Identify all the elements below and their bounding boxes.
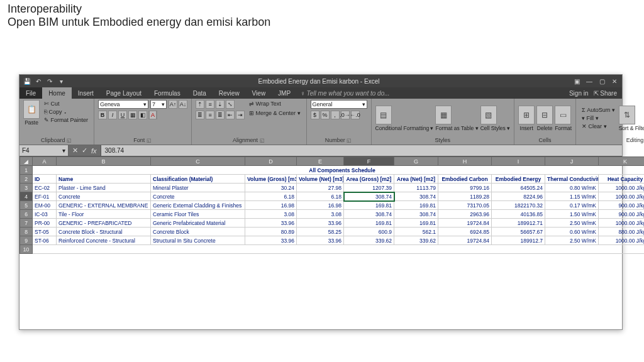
delete-cells-button[interactable]: Delete (536, 125, 553, 131)
decrease-indent-icon[interactable]: ⇤ (226, 111, 235, 119)
table-row[interactable]: 5EM-00GENERIC - EXTERNAL MEMBRANEGeneric… (20, 201, 645, 210)
font-dialog-icon[interactable]: ◱ (147, 138, 152, 143)
format-cells-button[interactable]: Format (555, 125, 572, 131)
insert-cells-icon[interactable]: ⊞ (518, 106, 535, 124)
tab-data[interactable]: Data (187, 87, 213, 99)
col-K[interactable]: K (599, 157, 645, 166)
italic-button[interactable]: I (108, 111, 117, 119)
clear-button[interactable]: ✕ Clear ▾ (580, 123, 617, 130)
tab-jmp[interactable]: JMP (272, 87, 297, 99)
table-row[interactable]: 10 (20, 245, 645, 254)
align-right-icon[interactable]: ≣ (216, 111, 225, 119)
table-row[interactable]: 4EF-01ConcreteConcrete6.186.18308.74308.… (20, 192, 645, 201)
underline-button[interactable]: U (118, 111, 127, 119)
cell-styles-button[interactable]: Cell Styles ▾ (480, 125, 511, 131)
alignment-dialog-icon[interactable]: ◱ (260, 138, 265, 143)
format-as-table-button[interactable]: Format as Table ▾ (435, 125, 478, 131)
select-all-corner[interactable]: ◢ (20, 157, 33, 166)
cell-styles-icon[interactable]: ▧ (480, 106, 497, 124)
minimize-icon[interactable]: — (586, 77, 593, 85)
col-D[interactable]: D (245, 157, 297, 166)
font-name-combo[interactable]: Geneva▾ (98, 100, 148, 109)
share-button[interactable]: ⇱ Share (594, 90, 617, 97)
format-painter-button[interactable]: ✎ Format Painter (42, 116, 90, 124)
conditional-formatting-icon[interactable]: ▤ (375, 106, 392, 124)
cancel-formula-icon[interactable]: ✕ (72, 146, 78, 155)
number-format-combo[interactable]: General▾ (311, 100, 367, 109)
increase-decimal-icon[interactable]: .0→ (341, 111, 350, 119)
align-left-icon[interactable]: ≣ (196, 111, 204, 119)
redo-icon[interactable]: ↷ (46, 77, 53, 85)
sign-in-link[interactable]: Sign in (569, 90, 589, 97)
fill-color-button[interactable]: ◧ (138, 111, 147, 119)
increase-indent-icon[interactable]: ⇥ (236, 111, 245, 119)
col-H[interactable]: H (438, 157, 492, 166)
delete-cells-icon[interactable]: ⊟ (536, 106, 553, 124)
tab-file[interactable]: File (19, 87, 42, 99)
col-G[interactable]: G (394, 157, 438, 166)
formula-input[interactable]: 308.74 (101, 145, 622, 156)
number-dialog-icon[interactable]: ◱ (347, 138, 352, 143)
insert-cells-button[interactable]: Insert (518, 125, 535, 131)
conditional-formatting-button[interactable]: Conditional Formatting ▾ (375, 125, 434, 131)
format-as-table-icon[interactable]: ▦ (435, 106, 452, 124)
col-E[interactable]: E (297, 157, 344, 166)
font-color-button[interactable]: A (148, 111, 157, 119)
sort-filter-button[interactable]: Sort & Filter ▾ (619, 125, 644, 131)
undo-icon[interactable]: ↶ (35, 77, 42, 85)
col-I[interactable]: I (492, 157, 545, 166)
align-top-icon[interactable]: ⇡ (196, 100, 204, 109)
col-B[interactable]: B (57, 157, 151, 166)
merge-center-button[interactable]: ⊞ Merge & Center ▾ (247, 109, 303, 117)
percent-icon[interactable]: % (321, 111, 330, 119)
table-row[interactable]: 7PR-00GENERIC - PREFABRICATEDGeneric Pre… (20, 219, 645, 228)
tab-page-layout[interactable]: Page Layout (100, 87, 148, 99)
tab-insert[interactable]: Insert (72, 87, 100, 99)
col-J[interactable]: J (545, 157, 599, 166)
col-A[interactable]: A (33, 157, 57, 166)
ribbon-options-icon[interactable]: ▣ (573, 77, 580, 85)
column-header-row[interactable]: ◢ A B C D E F G H I J K L (20, 157, 645, 166)
comma-icon[interactable]: , (331, 111, 340, 119)
fx-icon[interactable]: fx (91, 147, 97, 155)
tab-view[interactable]: View (246, 87, 272, 99)
align-bottom-icon[interactable]: ⇣ (216, 100, 225, 109)
wrap-text-button[interactable]: ⇌ Wrap Text (247, 100, 303, 107)
sort-filter-icon[interactable]: ⇅ (619, 106, 635, 124)
tell-me-input[interactable]: ♀Tell me what you want to do... (297, 90, 393, 97)
copy-button[interactable]: ⎘ Copy ▾ (42, 108, 90, 116)
align-middle-icon[interactable]: ≡ (206, 100, 214, 109)
clipboard-dialog-icon[interactable]: ◱ (67, 138, 72, 143)
close-icon[interactable]: ✕ (611, 77, 618, 85)
save-icon[interactable]: 💾 (23, 77, 31, 85)
maximize-icon[interactable]: ▢ (598, 77, 606, 85)
paste-icon[interactable]: 📋 (23, 100, 40, 119)
tab-formulas[interactable]: Formulas (148, 87, 187, 99)
currency-icon[interactable]: $ (311, 111, 319, 119)
increase-font-icon[interactable]: A↑ (169, 100, 177, 109)
font-size-combo[interactable]: 7▾ (150, 100, 167, 109)
cut-button[interactable]: ✄ Cut (42, 100, 90, 107)
table-row[interactable]: 9ST-06Reinforced Concrete - StructuralSt… (20, 236, 645, 245)
table-row[interactable]: 3EC-02Plaster - Lime SandMineral Plaster… (20, 184, 645, 192)
table-row[interactable]: 6IC-03Tile - FloorCeramic Floor Tiles3.0… (20, 210, 645, 219)
name-box[interactable]: F4▾ (19, 145, 69, 156)
qat-dropdown-icon[interactable]: ▾ (57, 77, 65, 85)
fill-button[interactable]: ▾ Fill ▾ (580, 114, 617, 122)
table-row[interactable]: 2 ID Name Classification (Material) Volu… (20, 175, 645, 184)
tab-review[interactable]: Review (213, 87, 246, 99)
paste-button[interactable]: Paste (23, 119, 40, 126)
tab-home[interactable]: Home (42, 87, 72, 99)
format-cells-icon[interactable]: ▭ (555, 106, 571, 124)
empty-grid-area[interactable] (19, 254, 622, 329)
spreadsheet-grid[interactable]: ◢ A B C D E F G H I J K L 1 All Componen… (19, 156, 622, 329)
table-row[interactable]: 1 All Components Schedule (20, 166, 645, 175)
enter-formula-icon[interactable]: ✓ (82, 146, 87, 155)
orientation-icon[interactable]: ⤡ (226, 100, 235, 109)
border-button[interactable]: ▦ (128, 111, 137, 119)
col-C[interactable]: C (151, 157, 245, 166)
bold-button[interactable]: B (98, 111, 107, 119)
align-center-icon[interactable]: ≡ (206, 111, 214, 119)
col-F[interactable]: F (344, 157, 394, 166)
table-row[interactable]: 8ST-05Concrete Block - StructuralConcret… (20, 228, 645, 236)
